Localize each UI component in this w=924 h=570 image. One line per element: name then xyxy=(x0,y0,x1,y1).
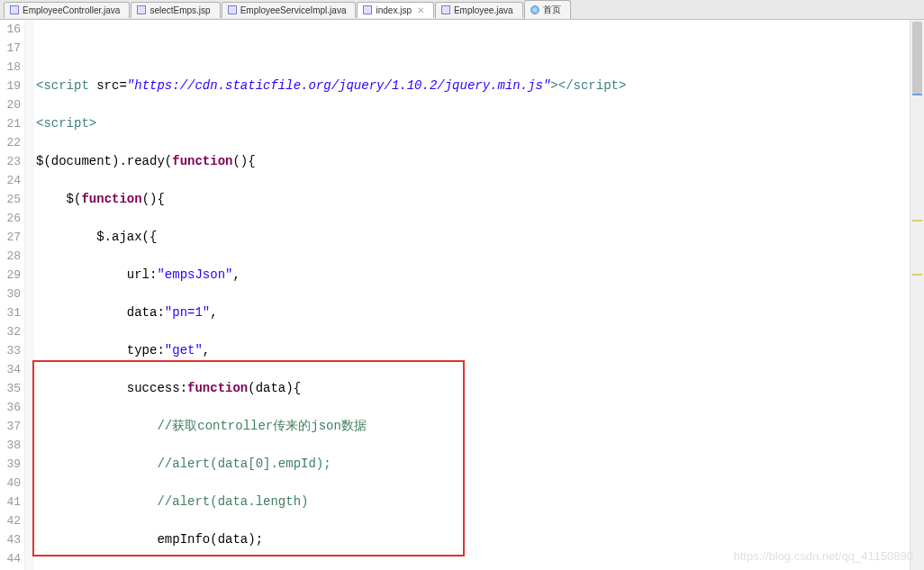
tab-employee-java[interactable]: Employee.java xyxy=(435,2,523,18)
tab-employee-service-impl[interactable]: EmployeeServiceImpl.java xyxy=(222,2,357,18)
editor-tab-bar: EmployeeController.java selectEmps.jsp E… xyxy=(0,0,924,20)
fold-gutter xyxy=(25,20,34,570)
watermark: https://blog.csdn.net/qq_41150890 xyxy=(734,549,914,563)
editor-area[interactable]: 1617181920212223242526272829303132333435… xyxy=(0,20,924,570)
tab-employee-controller[interactable]: EmployeeController.java xyxy=(4,2,130,18)
code-content[interactable]: <script src="https://cdn.staticfile.org/… xyxy=(34,20,924,570)
tab-index-jsp[interactable]: index.jsp✕ xyxy=(357,2,433,18)
scroll-thumb[interactable] xyxy=(912,22,922,94)
line-number-gutter: 1617181920212223242526272829303132333435… xyxy=(0,20,25,570)
close-icon[interactable]: ✕ xyxy=(417,5,424,15)
tab-select-emps[interactable]: selectEmps.jsp xyxy=(131,2,220,18)
vertical-scrollbar[interactable] xyxy=(910,20,924,570)
tab-home-browser[interactable]: 首页 xyxy=(524,0,571,19)
